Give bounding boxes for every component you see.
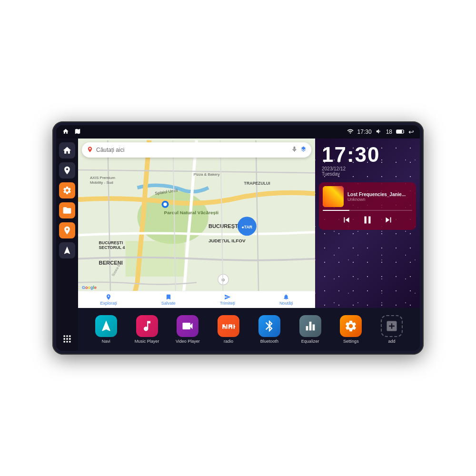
status-bar-left <box>62 128 81 136</box>
back-icon[interactable]: ↩ <box>408 128 414 136</box>
settings-icon-bg <box>340 315 362 337</box>
svg-text:BUCUREȘTI: BUCUREȘTI <box>208 223 239 229</box>
saved-label: Salvate <box>161 301 176 306</box>
svg-text:Parcul Natural Văcărești: Parcul Natural Văcărești <box>164 210 219 215</box>
app-navi[interactable]: Navi <box>91 315 121 344</box>
volume-icon <box>376 128 382 136</box>
svg-text:Mobility - Sud: Mobility - Sud <box>90 180 113 185</box>
app-music-player[interactable]: Music Player <box>132 315 162 344</box>
home-icon <box>62 128 69 136</box>
app-grid-section: Navi Music Player Video Player <box>78 308 420 351</box>
clock-time: 17:30 <box>322 144 413 165</box>
add-label: add <box>388 339 396 344</box>
map-explore-button[interactable]: Explorați <box>100 294 117 306</box>
right-panel: 17:30 2023/12/12 Tuesday <box>315 139 420 308</box>
album-art <box>323 186 344 207</box>
app-add[interactable]: add <box>377 315 407 344</box>
main-area: Splaiul Unirii Parcul Natural Văcărești … <box>56 139 420 351</box>
bluetooth-label: Bluetooth <box>260 339 278 344</box>
svg-text:AXIS Premium: AXIS Premium <box>90 176 115 180</box>
radio-label: radio <box>224 339 233 344</box>
status-bar: 17:30 18 ↩ <box>56 125 420 139</box>
svg-text:●TAR: ●TAR <box>242 225 253 229</box>
music-progress-fill <box>323 210 349 211</box>
map-bottom-bar: Explorați Salvate Trimiteți <box>78 291 315 308</box>
music-info: Lost Frequencies_Janie... Unknown <box>347 192 412 202</box>
layers-icon[interactable] <box>300 146 307 154</box>
navi-label: Navi <box>102 339 110 344</box>
svg-text:BUCUREȘTI: BUCUREȘTI <box>99 240 123 245</box>
map-updates-button[interactable]: Noutăți <box>279 294 293 306</box>
clock-section: 17:30 2023/12/12 Tuesday <box>315 139 420 180</box>
map-search-text: Căutați aici <box>96 147 288 153</box>
explore-label: Explorați <box>100 301 117 306</box>
music-title: Lost Frequencies_Janie... <box>347 192 412 197</box>
app-bluetooth[interactable]: Bluetooth <box>255 315 284 344</box>
map-svg: Splaiul Unirii Parcul Natural Văcărești … <box>78 139 315 308</box>
app-equalizer[interactable]: Equalizer <box>296 315 325 344</box>
sidebar-location-button[interactable] <box>59 222 75 238</box>
equalizer-icon-bg <box>299 315 321 337</box>
map-saved-button[interactable]: Salvate <box>161 294 176 306</box>
svg-rect-3 <box>397 130 402 133</box>
music-progress-bar[interactable] <box>323 210 412 211</box>
app-video-player[interactable]: Video Player <box>173 315 202 344</box>
contribute-label: Trimiteți <box>220 301 235 306</box>
map-search-bar[interactable]: Căutați aici <box>82 142 311 158</box>
svg-point-27 <box>89 148 91 149</box>
map-background: Splaiul Unirii Parcul Natural Văcărești … <box>78 139 315 308</box>
music-icon-bg <box>136 315 158 337</box>
wifi-icon <box>347 128 354 136</box>
device-screen: 17:30 18 ↩ <box>56 125 420 351</box>
sidebar-home-button[interactable] <box>59 142 75 159</box>
sidebar-settings-button[interactable] <box>59 182 75 198</box>
status-time: 17:30 <box>357 129 372 135</box>
top-section: Splaiul Unirii Parcul Natural Văcărești … <box>78 139 420 308</box>
navi-icon-bg <box>95 315 117 337</box>
next-button[interactable] <box>383 215 394 225</box>
clock-date: 2023/12/12 Tuesday <box>322 166 413 177</box>
maps-logo-icon <box>87 146 93 154</box>
equalizer-label: Equalizer <box>301 339 319 344</box>
sidebar <box>56 139 78 351</box>
google-logo: Google <box>82 285 97 290</box>
video-player-label: Video Player <box>176 339 200 344</box>
music-artist: Unknown <box>347 197 412 202</box>
app-settings[interactable]: Settings <box>336 315 366 344</box>
svg-text:Pizza & Bakery: Pizza & Bakery <box>194 172 220 177</box>
map-contribute-button[interactable]: Trimiteți <box>220 294 235 306</box>
sidebar-navigation-button[interactable] <box>59 242 75 258</box>
sidebar-grid-button[interactable] <box>59 331 75 347</box>
svg-point-19 <box>163 202 167 206</box>
album-art-image <box>323 186 344 207</box>
settings-label: Settings <box>343 339 359 344</box>
battery-icon <box>396 129 405 135</box>
add-icon-bg <box>381 315 403 337</box>
music-top: Lost Frequencies_Janie... Unknown <box>323 186 412 207</box>
radio-icon-bg <box>218 315 239 337</box>
sidebar-folder-button[interactable] <box>59 202 75 218</box>
device: 17:30 18 ↩ <box>52 121 424 355</box>
app-radio[interactable]: radio <box>214 315 243 344</box>
video-icon-bg <box>177 315 198 337</box>
svg-text:TRAPEZULUI: TRAPEZULUI <box>244 181 270 186</box>
map-container[interactable]: Splaiul Unirii Parcul Natural Văcărești … <box>78 139 315 308</box>
content-area: Splaiul Unirii Parcul Natural Văcărești … <box>78 139 420 351</box>
music-player: Lost Frequencies_Janie... Unknown <box>319 182 416 230</box>
bluetooth-icon-bg <box>258 315 280 337</box>
svg-text:JUDEȚUL ILFOV: JUDEȚUL ILFOV <box>208 238 246 243</box>
svg-text:SECTORUL 4: SECTORUL 4 <box>99 245 125 250</box>
map-status-icon <box>74 128 81 136</box>
updates-label: Noutăți <box>279 301 293 306</box>
sidebar-map-button[interactable] <box>59 162 75 178</box>
mic-icon[interactable] <box>291 146 298 154</box>
prev-button[interactable] <box>341 215 352 225</box>
status-bar-right: 17:30 18 ↩ <box>347 128 414 136</box>
music-controls <box>323 214 412 226</box>
battery-level: 18 <box>386 129 392 135</box>
music-player-label: Music Player <box>135 339 159 344</box>
pause-button[interactable] <box>361 214 374 226</box>
